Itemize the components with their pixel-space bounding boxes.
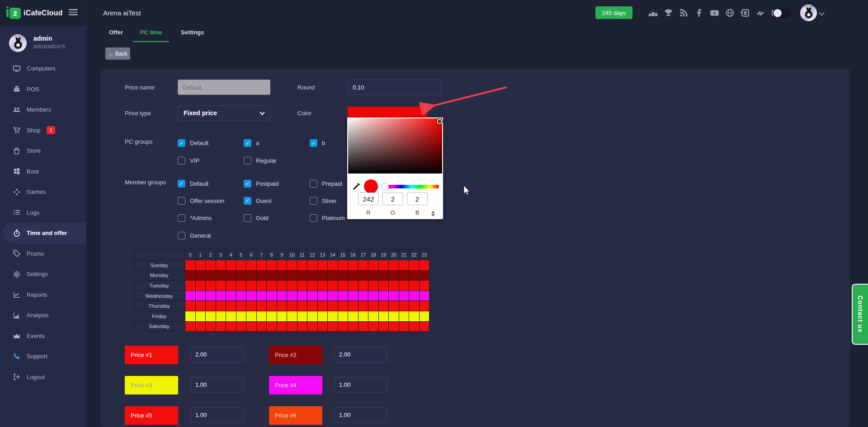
schedule-cell[interactable]: [348, 322, 359, 332]
schedule-cell[interactable]: [318, 281, 328, 291]
schedule-cell[interactable]: [297, 322, 308, 332]
schedule-cell[interactable]: [257, 291, 267, 301]
checkbox-unchecked-icon[interactable]: [178, 232, 185, 239]
schedule-cell[interactable]: [226, 260, 236, 271]
rss-icon[interactable]: [679, 8, 689, 18]
schedule-cell[interactable]: [246, 291, 257, 301]
schedule-cell[interactable]: [257, 301, 267, 311]
schedule-cell[interactable]: [338, 301, 349, 311]
sidebar-item-logs[interactable]: Logs: [0, 202, 86, 223]
schedule-cell[interactable]: [206, 260, 216, 271]
schedule-cell[interactable]: [236, 260, 247, 271]
hue-slider[interactable]: [383, 185, 439, 188]
pc-group-checkbox-vip[interactable]: VIP: [178, 152, 244, 169]
schedule-cell[interactable]: [348, 260, 359, 271]
checkbox-unchecked-icon[interactable]: [178, 197, 185, 205]
schedule-cell[interactable]: [226, 271, 236, 281]
price-name-input[interactable]: [178, 80, 270, 95]
schedule-cell[interactable]: [287, 322, 297, 332]
schedule-cell[interactable]: [389, 301, 399, 311]
schedule-cell[interactable]: [287, 311, 297, 322]
saturation-field[interactable]: [348, 118, 442, 174]
schedule-cell[interactable]: [359, 271, 369, 281]
schedule-cell[interactable]: [399, 322, 410, 332]
schedule-cell[interactable]: [236, 271, 247, 281]
schedule-cell[interactable]: [409, 301, 420, 311]
schedule-cell[interactable]: [267, 322, 277, 332]
schedule-cell[interactable]: [307, 301, 318, 311]
schedule-cell[interactable]: [409, 322, 420, 332]
schedule-cell[interactable]: [359, 311, 369, 322]
schedule-cell[interactable]: [216, 311, 226, 322]
schedule-cell[interactable]: [185, 260, 196, 271]
schedule-cell[interactable]: [246, 322, 257, 332]
checkbox-unchecked-icon[interactable]: [178, 157, 185, 164]
schedule-cell[interactable]: [257, 311, 267, 322]
schedule-cell[interactable]: [257, 281, 267, 291]
price-4-button[interactable]: Price #4: [269, 376, 322, 394]
checkbox-checked-icon[interactable]: ✓: [244, 197, 251, 205]
back-button[interactable]: ← Back: [105, 47, 130, 60]
price-1-button[interactable]: Price #1: [125, 346, 178, 364]
price-3-value-input[interactable]: [190, 377, 244, 393]
eyedropper-icon[interactable]: [352, 183, 360, 191]
schedule-cell[interactable]: [287, 260, 297, 271]
price-5-value-input[interactable]: [190, 407, 244, 423]
price-2-button[interactable]: Price #2: [269, 346, 322, 364]
theme-toggle[interactable]: [773, 8, 791, 18]
schedule-cell[interactable]: [277, 260, 288, 271]
schedule-cell[interactable]: [379, 322, 389, 332]
sidebar-item-members[interactable]: Members: [0, 99, 86, 120]
schedule-cell[interactable]: [368, 291, 379, 301]
schedule-cell[interactable]: [226, 301, 236, 311]
schedule-cell[interactable]: [216, 281, 226, 291]
layers-icon[interactable]: [756, 8, 765, 18]
schedule-cell[interactable]: [267, 291, 277, 301]
member-group-checkbox-gold[interactable]: Gold: [244, 210, 310, 227]
price-type-select[interactable]: Fixed price: [178, 105, 270, 121]
checkbox-checked-icon[interactable]: ✓: [244, 139, 251, 147]
schedule-cell[interactable]: [409, 260, 420, 271]
schedule-cell[interactable]: [297, 271, 308, 281]
schedule-cell[interactable]: [348, 281, 359, 291]
schedule-cell[interactable]: [368, 301, 379, 311]
price-5-button[interactable]: Price #5: [125, 406, 178, 425]
schedule-cell[interactable]: [348, 301, 359, 311]
schedule-cell[interactable]: [206, 322, 216, 332]
schedule-cell[interactable]: [287, 271, 297, 281]
tab-offer[interactable]: Offer: [109, 29, 123, 36]
schedule-cell[interactable]: [409, 291, 420, 301]
schedule-cell[interactable]: [216, 291, 226, 301]
profile-block[interactable]: PLATINUM admin 005193482475: [0, 32, 86, 60]
schedule-cell[interactable]: [389, 260, 399, 271]
license-days-badge[interactable]: 245 days: [595, 6, 632, 19]
price-2-value-input[interactable]: [334, 347, 387, 362]
schedule-cell[interactable]: [196, 301, 206, 311]
schedule-cell[interactable]: [216, 260, 226, 271]
sidebar-item-promo[interactable]: Promo: [0, 244, 86, 264]
saturation-handle[interactable]: [437, 119, 442, 124]
schedule-cell[interactable]: [267, 311, 277, 322]
schedule-cell[interactable]: [287, 281, 297, 291]
schedule-cell[interactable]: [246, 301, 257, 311]
schedule-cell[interactable]: [348, 311, 359, 322]
schedule-cell[interactable]: [420, 271, 430, 281]
sidebar-item-events[interactable]: Events: [0, 326, 86, 347]
schedule-cell[interactable]: [359, 260, 369, 271]
pc-group-checkbox-regular[interactable]: Regular: [244, 152, 310, 169]
schedule-cell[interactable]: [206, 291, 216, 301]
schedule-cell[interactable]: [246, 311, 257, 322]
schedule-cell[interactable]: [359, 322, 369, 332]
sidebar-item-analysis[interactable]: Analysis: [0, 305, 86, 326]
schedule-cell[interactable]: [216, 301, 226, 311]
checkbox-unchecked-icon[interactable]: [310, 180, 317, 188]
schedule-cell[interactable]: [368, 322, 379, 332]
schedule-cell[interactable]: [216, 271, 226, 281]
checkbox-checked-icon[interactable]: ✓: [310, 139, 317, 147]
sidebar-item-settings[interactable]: Settings: [0, 264, 86, 285]
schedule-cell[interactable]: [379, 260, 389, 271]
schedule-cell[interactable]: [328, 301, 338, 311]
checkbox-checked-icon[interactable]: ✓: [178, 180, 185, 188]
schedule-cell[interactable]: [379, 271, 389, 281]
globe-icon[interactable]: [725, 8, 735, 18]
